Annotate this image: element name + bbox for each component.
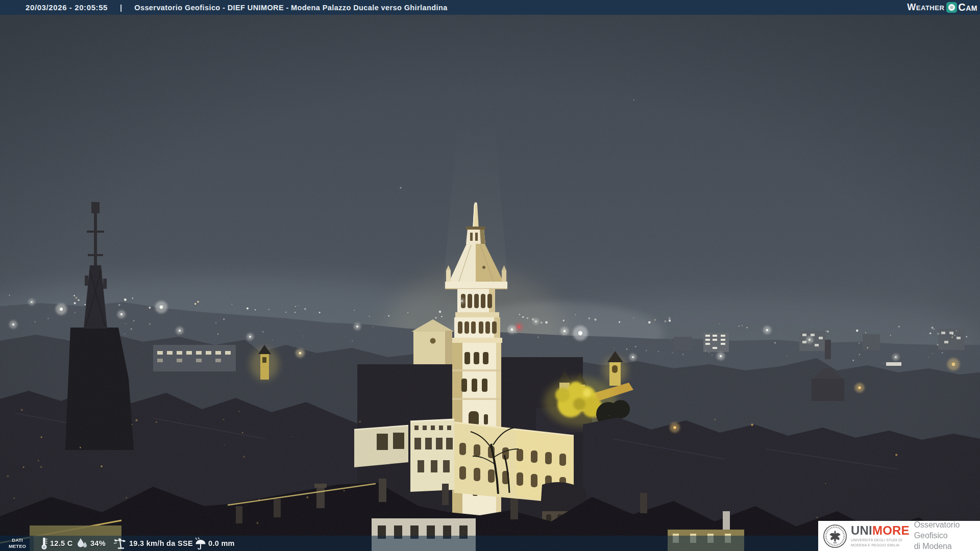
observatory-logo-box: UNIMORE UNIVERSITÀ DEGLI STUDI DI MODENA…	[818, 521, 980, 551]
unimore-wordmark: UNIMORE UNIVERSITÀ DEGLI STUDI DI MODENA…	[851, 524, 910, 547]
dati-line: DATI	[12, 537, 22, 543]
university-line2: MODENA E REGGIO EMILIA	[851, 543, 899, 547]
separator: |	[120, 3, 122, 12]
humidity-metric: 34%	[77, 536, 106, 551]
humidity-drops-icon	[77, 538, 88, 549]
humidity-value: 34%	[90, 539, 106, 547]
unimore-seal-icon	[823, 524, 847, 548]
lens-dot-icon	[948, 4, 955, 11]
unimore-more: MORE	[872, 523, 910, 537]
weathercam-logo: Weather Cam	[907, 2, 977, 13]
webcam-photo	[0, 0, 980, 551]
weathercam-cam-label: Cam	[958, 2, 977, 13]
precipitation-metric: 0.0 mm	[194, 536, 235, 551]
weathercam-weather-label: Weather	[907, 2, 944, 13]
temperature-metric: 12.5 C	[41, 536, 73, 551]
observatory-line2: di Modena	[914, 541, 980, 551]
university-line1: UNIVERSITÀ DEGLI STUDI DI	[851, 538, 902, 542]
university-subtitle: UNIVERSITÀ DEGLI STUDI DI MODENA E REGGI…	[851, 538, 910, 547]
wind-value: 19.3 km/h da SSE	[129, 539, 193, 547]
wind-metric: 19.3 km/h da SSE	[113, 536, 193, 551]
title-bar: 20/03/2026 - 20:05:55 | Osservatorio Geo…	[0, 0, 980, 15]
observatory-name: Osservatorio Geofisico di Modena	[914, 520, 980, 551]
dati-meteo-label: DATI METEO	[4, 537, 31, 549]
weathercam-lens-icon	[946, 2, 957, 13]
meteo-line: METEO	[9, 543, 26, 549]
precipitation-value: 0.0 mm	[208, 539, 235, 547]
anemometer-icon	[113, 537, 127, 549]
observatory-line1: Osservatorio Geofisico	[914, 520, 980, 541]
timestamp: 20/03/2026 - 20:05:55	[26, 3, 108, 12]
page-title: Osservatorio Geofisico - DIEF UNIMORE - …	[134, 4, 447, 12]
webcam-frame: 20/03/2026 - 20:05:55 | Osservatorio Geo…	[0, 0, 980, 551]
unimore-uni: UNI	[851, 523, 872, 537]
umbrella-rain-icon	[194, 537, 206, 549]
temperature-value: 12.5 C	[50, 539, 73, 547]
thermometer-icon	[41, 537, 47, 550]
